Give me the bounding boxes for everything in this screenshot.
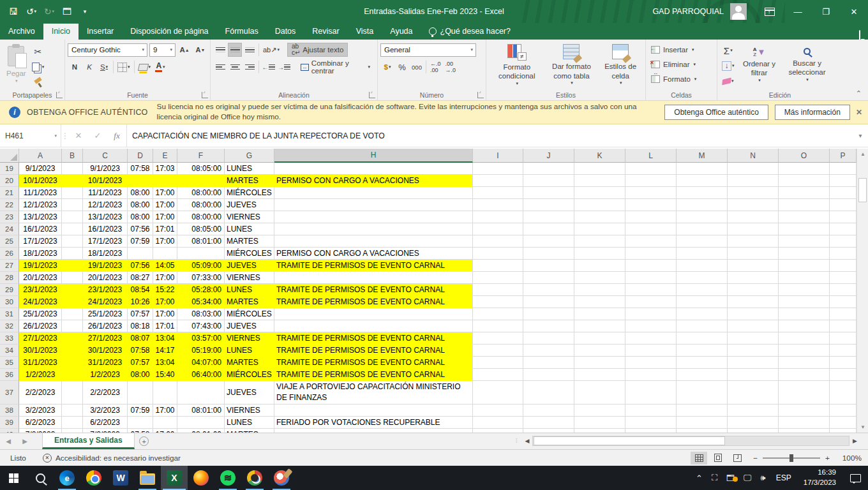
cell-B24[interactable] bbox=[62, 223, 83, 235]
formula-input[interactable]: CAPACITACIÓN CNE MIEMBRO DE LA JUNTA REP… bbox=[126, 124, 853, 147]
cell-B32[interactable] bbox=[62, 320, 83, 332]
cell-C38[interactable]: 3/2/2023 bbox=[83, 405, 128, 417]
cell-B20[interactable] bbox=[62, 175, 83, 187]
cell-B28[interactable] bbox=[62, 272, 83, 284]
increase-font-icon[interactable]: A▲ bbox=[177, 43, 191, 57]
cell-F26[interactable] bbox=[177, 248, 225, 260]
tray-app-icon[interactable]: ⛶ bbox=[707, 473, 722, 483]
taskbar-edge[interactable]: e bbox=[54, 466, 80, 490]
cell-E37[interactable] bbox=[153, 381, 177, 405]
accounting-format-icon[interactable]: $▾ bbox=[380, 60, 394, 74]
undo-icon[interactable]: ↺▾ bbox=[23, 3, 40, 20]
cell-I30[interactable] bbox=[473, 296, 523, 308]
account-name[interactable]: GAD PARROQUIAL bbox=[652, 7, 724, 16]
sheet-nav-right-icon[interactable]: ▶ bbox=[17, 433, 33, 449]
cell-E29[interactable]: 15:22 bbox=[153, 284, 177, 296]
cell-J24[interactable] bbox=[523, 223, 574, 235]
cell-D36[interactable]: 08:00 bbox=[128, 369, 153, 381]
cell-N36[interactable] bbox=[728, 369, 779, 381]
tray-alert-icon[interactable]: 🗔 bbox=[722, 473, 739, 483]
align-left-icon[interactable] bbox=[213, 60, 227, 74]
column-header-C[interactable]: C bbox=[83, 149, 128, 163]
row-header-28[interactable]: 28 bbox=[0, 272, 19, 284]
cell-P23[interactable] bbox=[830, 211, 857, 223]
cell-J28[interactable] bbox=[523, 272, 574, 284]
cell-N23[interactable] bbox=[728, 211, 779, 223]
row-header-33[interactable]: 33 bbox=[0, 332, 19, 345]
cell-O38[interactable] bbox=[779, 405, 830, 417]
cell-E30[interactable]: 17:00 bbox=[153, 296, 177, 308]
cell-I23[interactable] bbox=[473, 211, 523, 223]
cell-B35[interactable] bbox=[62, 357, 83, 369]
column-header-H[interactable]: H bbox=[274, 149, 473, 163]
cell-M21[interactable] bbox=[677, 187, 728, 199]
cell-E22[interactable]: 17:00 bbox=[153, 199, 177, 211]
column-header-I[interactable]: I bbox=[473, 149, 523, 163]
page-layout-view-icon[interactable] bbox=[710, 452, 726, 464]
cell-O28[interactable] bbox=[779, 272, 830, 284]
align-right-icon[interactable] bbox=[243, 60, 257, 74]
cell-K19[interactable] bbox=[574, 163, 625, 175]
cell-A22[interactable]: 12/1/2023 bbox=[19, 199, 62, 211]
warning-close-icon[interactable]: ✕ bbox=[850, 108, 868, 117]
align-center-icon[interactable] bbox=[228, 60, 242, 74]
bold-button[interactable]: N bbox=[68, 60, 82, 74]
cell-N22[interactable] bbox=[728, 199, 779, 211]
cell-G34[interactable]: LUNES bbox=[225, 345, 274, 357]
align-top-icon[interactable] bbox=[213, 43, 227, 57]
font-color-icon[interactable]: A▾ bbox=[153, 60, 167, 74]
cell-B37[interactable] bbox=[62, 381, 83, 405]
row-header-23[interactable]: 23 bbox=[0, 211, 19, 223]
cell-H36[interactable]: TRAMITE DE PERMISOS DE EVENTO CARNAL bbox=[274, 369, 473, 381]
cell-L33[interactable] bbox=[625, 332, 677, 345]
cell-I25[interactable] bbox=[473, 235, 523, 248]
cell-K22[interactable] bbox=[574, 199, 625, 211]
ribbon-tab-f-rmulas[interactable]: Fórmulas bbox=[217, 24, 267, 40]
cell-K23[interactable] bbox=[574, 211, 625, 223]
cell-A19[interactable]: 9/1/2023 bbox=[19, 163, 62, 175]
cell-E35[interactable]: 13:04 bbox=[153, 357, 177, 369]
cell-O33[interactable] bbox=[779, 332, 830, 345]
cell-A21[interactable]: 11/1/2023 bbox=[19, 187, 62, 199]
format-painter-icon[interactable] bbox=[30, 75, 47, 89]
cell-J23[interactable] bbox=[523, 211, 574, 223]
cell-E27[interactable]: 14:05 bbox=[153, 260, 177, 272]
cell-F27[interactable]: 05:09:00 bbox=[177, 260, 225, 272]
cell-I31[interactable] bbox=[473, 308, 523, 320]
ribbon-tab-revisar[interactable]: Revisar bbox=[304, 24, 347, 40]
cell-F19[interactable]: 08:05:00 bbox=[177, 163, 225, 175]
cell-I35[interactable] bbox=[473, 357, 523, 369]
clock[interactable]: 16:39 17/3/2023 bbox=[797, 468, 842, 487]
cell-N33[interactable] bbox=[728, 332, 779, 345]
cell-I21[interactable] bbox=[473, 187, 523, 199]
cell-L25[interactable] bbox=[625, 235, 677, 248]
cell-P19[interactable] bbox=[830, 163, 857, 175]
comma-style-icon[interactable]: 000 bbox=[410, 60, 424, 74]
row-header-38[interactable]: 38 bbox=[0, 405, 19, 417]
format-as-table-button[interactable]: Dar formato como tabla▾ bbox=[545, 42, 599, 88]
cell-O37[interactable] bbox=[779, 381, 830, 405]
taskbar-search[interactable] bbox=[27, 466, 54, 490]
cell-L24[interactable] bbox=[625, 223, 677, 235]
cell-H20[interactable]: PERMISO CON CARGO A VACACIONES bbox=[274, 175, 473, 187]
cell-O31[interactable] bbox=[779, 308, 830, 320]
ribbon-tab-inicio[interactable]: Inicio bbox=[43, 24, 79, 40]
horizontal-scroll-thumb[interactable] bbox=[534, 436, 725, 445]
cell-P32[interactable] bbox=[830, 320, 857, 332]
comments-icon[interactable] bbox=[859, 31, 860, 40]
cell-A28[interactable]: 20/1/2023 bbox=[19, 272, 62, 284]
conditional-formatting-button[interactable]: ≠ Formato condicional▾ bbox=[489, 42, 545, 88]
font-dialog-launcher[interactable] bbox=[202, 92, 208, 98]
cell-C28[interactable]: 20/1/2023 bbox=[83, 272, 128, 284]
cell-K35[interactable] bbox=[574, 357, 625, 369]
cell-I20[interactable] bbox=[473, 175, 523, 187]
cell-M25[interactable] bbox=[677, 235, 728, 248]
cell-N34[interactable] bbox=[728, 345, 779, 357]
cell-D28[interactable]: 08:27 bbox=[128, 272, 153, 284]
cell-M23[interactable] bbox=[677, 211, 728, 223]
fill-color-icon[interactable]: ▾ bbox=[137, 60, 153, 74]
column-header-J[interactable]: J bbox=[523, 149, 574, 163]
cell-A31[interactable]: 25/1/2023 bbox=[19, 308, 62, 320]
close-button[interactable]: ✕ bbox=[840, 0, 868, 23]
cell-E38[interactable]: 17:00 bbox=[153, 405, 177, 417]
